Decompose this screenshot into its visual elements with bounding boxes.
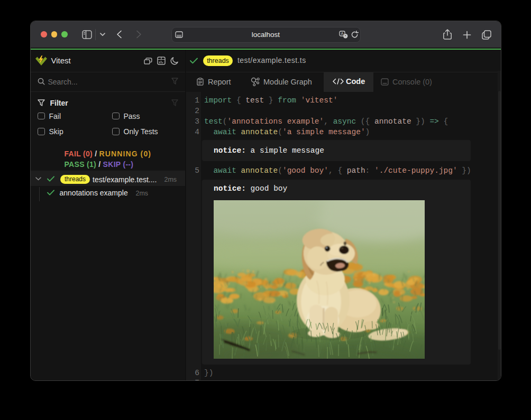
svg-text:*: * <box>344 34 346 38</box>
svg-text:A: A <box>341 31 343 36</box>
